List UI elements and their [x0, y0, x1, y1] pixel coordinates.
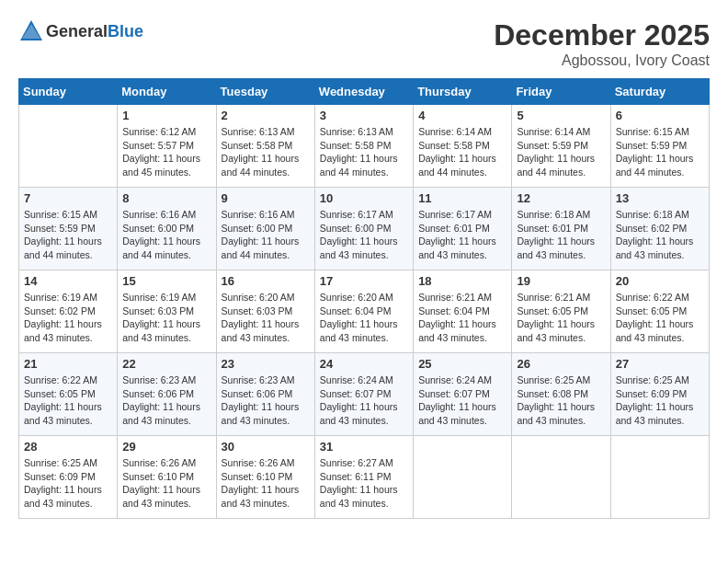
day-info: Sunrise: 6:26 AMSunset: 6:10 PMDaylight:… [222, 456, 310, 511]
day-number: 13 [616, 191, 704, 205]
calendar-cell [19, 105, 118, 188]
day-info: Sunrise: 6:25 AMSunset: 6:09 PMDaylight:… [616, 373, 704, 428]
calendar-cell: 5Sunrise: 6:14 AMSunset: 5:59 PMDaylight… [512, 105, 610, 188]
day-info: Sunrise: 6:20 AMSunset: 6:04 PMDaylight:… [320, 291, 408, 345]
logo-blue-text: Blue [108, 22, 143, 40]
day-number: 11 [418, 191, 506, 205]
day-number: 6 [616, 109, 704, 122]
calendar-cell: 17Sunrise: 6:20 AMSunset: 6:04 PMDayligh… [314, 270, 413, 353]
calendar-header-saturday: Saturday [610, 79, 709, 105]
day-info: Sunrise: 6:24 AMSunset: 6:07 PMDaylight:… [418, 373, 506, 428]
day-info: Sunrise: 6:22 AMSunset: 6:05 PMDaylight:… [616, 291, 704, 345]
calendar-cell: 19Sunrise: 6:21 AMSunset: 6:05 PMDayligh… [512, 270, 610, 353]
day-info: Sunrise: 6:18 AMSunset: 6:01 PMDaylight:… [517, 208, 605, 262]
calendar-week-1: 1Sunrise: 6:12 AMSunset: 5:57 PMDaylight… [19, 105, 710, 188]
day-info: Sunrise: 6:20 AMSunset: 6:03 PMDaylight:… [222, 291, 310, 345]
calendar-header-thursday: Thursday [414, 79, 512, 105]
calendar-cell: 4Sunrise: 6:14 AMSunset: 5:58 PMDaylight… [414, 105, 512, 188]
calendar-cell: 21Sunrise: 6:22 AMSunset: 6:05 PMDayligh… [19, 353, 118, 436]
logo-icon [18, 18, 44, 44]
calendar-cell: 23Sunrise: 6:23 AMSunset: 6:06 PMDayligh… [216, 353, 314, 436]
svg-marker-1 [22, 24, 40, 39]
day-number: 12 [517, 191, 605, 205]
calendar-cell: 31Sunrise: 6:27 AMSunset: 6:11 PMDayligh… [314, 436, 413, 519]
calendar-cell [512, 436, 610, 519]
calendar-header-wednesday: Wednesday [314, 79, 413, 105]
calendar-cell: 1Sunrise: 6:12 AMSunset: 5:57 PMDaylight… [118, 105, 216, 188]
calendar-cell: 13Sunrise: 6:18 AMSunset: 6:02 PMDayligh… [610, 188, 709, 270]
calendar-cell: 14Sunrise: 6:19 AMSunset: 6:02 PMDayligh… [19, 270, 118, 353]
day-info: Sunrise: 6:19 AMSunset: 6:02 PMDaylight:… [24, 291, 112, 345]
day-info: Sunrise: 6:21 AMSunset: 6:04 PMDaylight:… [418, 291, 506, 345]
calendar-header-monday: Monday [118, 79, 216, 105]
day-info: Sunrise: 6:14 AMSunset: 5:59 PMDaylight:… [517, 125, 605, 179]
day-number: 1 [122, 109, 210, 122]
day-number: 3 [320, 109, 408, 122]
calendar-cell: 6Sunrise: 6:15 AMSunset: 5:59 PMDaylight… [610, 105, 709, 188]
day-info: Sunrise: 6:21 AMSunset: 6:05 PMDaylight:… [517, 291, 605, 345]
calendar-cell: 3Sunrise: 6:13 AMSunset: 5:58 PMDaylight… [314, 105, 413, 188]
day-info: Sunrise: 6:22 AMSunset: 6:05 PMDaylight:… [24, 373, 112, 428]
calendar-cell: 18Sunrise: 6:21 AMSunset: 6:04 PMDayligh… [414, 270, 512, 353]
month-title: December 2025 [494, 18, 710, 52]
calendar-header-friday: Friday [512, 79, 610, 105]
calendar-week-2: 7Sunrise: 6:15 AMSunset: 5:59 PMDaylight… [19, 188, 710, 270]
day-info: Sunrise: 6:24 AMSunset: 6:07 PMDaylight:… [320, 373, 408, 428]
calendar-cell: 7Sunrise: 6:15 AMSunset: 5:59 PMDaylight… [19, 188, 118, 270]
day-number: 30 [222, 440, 310, 454]
calendar-cell: 28Sunrise: 6:25 AMSunset: 6:09 PMDayligh… [19, 436, 118, 519]
logo: GeneralBlue [18, 18, 143, 44]
calendar-week-5: 28Sunrise: 6:25 AMSunset: 6:09 PMDayligh… [19, 436, 710, 519]
day-number: 9 [222, 191, 310, 205]
day-number: 8 [122, 191, 210, 205]
day-number: 22 [122, 357, 210, 371]
calendar-table: SundayMondayTuesdayWednesdayThursdayFrid… [18, 78, 710, 519]
day-number: 31 [320, 440, 408, 454]
day-info: Sunrise: 6:15 AMSunset: 5:59 PMDaylight:… [616, 125, 704, 179]
day-info: Sunrise: 6:13 AMSunset: 5:58 PMDaylight:… [320, 125, 408, 179]
day-number: 2 [222, 109, 310, 122]
calendar-header-sunday: Sunday [19, 79, 118, 105]
day-number: 26 [517, 357, 605, 371]
logo-general-text: General [46, 22, 108, 40]
day-number: 18 [418, 274, 506, 288]
day-info: Sunrise: 6:15 AMSunset: 5:59 PMDaylight:… [24, 208, 112, 262]
day-info: Sunrise: 6:16 AMSunset: 6:00 PMDaylight:… [122, 208, 210, 262]
day-number: 23 [222, 357, 310, 371]
page-header: GeneralBlue December 2025 Agbossou, Ivor… [18, 18, 710, 69]
day-info: Sunrise: 6:14 AMSunset: 5:58 PMDaylight:… [418, 125, 506, 179]
location-title: Agbossou, Ivory Coast [494, 52, 710, 69]
calendar-cell: 8Sunrise: 6:16 AMSunset: 6:00 PMDaylight… [118, 188, 216, 270]
day-number: 7 [24, 191, 112, 205]
title-area: December 2025 Agbossou, Ivory Coast [494, 18, 710, 69]
day-number: 28 [24, 440, 112, 454]
day-info: Sunrise: 6:25 AMSunset: 6:08 PMDaylight:… [517, 373, 605, 428]
calendar-cell: 24Sunrise: 6:24 AMSunset: 6:07 PMDayligh… [314, 353, 413, 436]
day-number: 20 [616, 274, 704, 288]
day-info: Sunrise: 6:17 AMSunset: 6:01 PMDaylight:… [418, 208, 506, 262]
day-number: 29 [122, 440, 210, 454]
calendar-header-tuesday: Tuesday [216, 79, 314, 105]
calendar-cell: 9Sunrise: 6:16 AMSunset: 6:00 PMDaylight… [216, 188, 314, 270]
calendar-cell: 25Sunrise: 6:24 AMSunset: 6:07 PMDayligh… [414, 353, 512, 436]
day-info: Sunrise: 6:23 AMSunset: 6:06 PMDaylight:… [122, 373, 210, 428]
day-number: 24 [320, 357, 408, 371]
day-info: Sunrise: 6:18 AMSunset: 6:02 PMDaylight:… [616, 208, 704, 262]
calendar-cell: 10Sunrise: 6:17 AMSunset: 6:00 PMDayligh… [314, 188, 413, 270]
calendar-cell: 30Sunrise: 6:26 AMSunset: 6:10 PMDayligh… [216, 436, 314, 519]
calendar-cell: 2Sunrise: 6:13 AMSunset: 5:58 PMDaylight… [216, 105, 314, 188]
day-number: 25 [418, 357, 506, 371]
day-number: 4 [418, 109, 506, 122]
day-number: 16 [222, 274, 310, 288]
day-info: Sunrise: 6:16 AMSunset: 6:00 PMDaylight:… [222, 208, 310, 262]
calendar-header-row: SundayMondayTuesdayWednesdayThursdayFrid… [19, 79, 710, 105]
calendar-cell [610, 436, 709, 519]
calendar-cell: 16Sunrise: 6:20 AMSunset: 6:03 PMDayligh… [216, 270, 314, 353]
calendar-body: 1Sunrise: 6:12 AMSunset: 5:57 PMDaylight… [19, 105, 710, 519]
day-number: 15 [122, 274, 210, 288]
day-number: 10 [320, 191, 408, 205]
day-info: Sunrise: 6:25 AMSunset: 6:09 PMDaylight:… [24, 456, 112, 511]
day-number: 19 [517, 274, 605, 288]
day-number: 17 [320, 274, 408, 288]
calendar-cell: 29Sunrise: 6:26 AMSunset: 6:10 PMDayligh… [118, 436, 216, 519]
